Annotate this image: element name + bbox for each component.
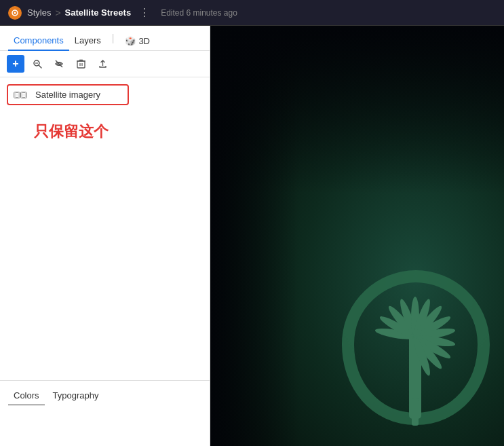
main-layout: Components Layers | 🎲 3D +	[0, 26, 504, 446]
tab-layers[interactable]: Layers	[69, 31, 106, 51]
breadcrumb: Styles > Satellite Streets	[27, 7, 131, 18]
topbar: Styles > Satellite Streets ⋮ Edited 6 mi…	[0, 0, 504, 26]
map-overlay-left	[210, 26, 298, 446]
bottom-tabs: Colors Typography	[0, 380, 210, 405]
map-area[interactable]	[210, 26, 504, 446]
svg-line-3	[39, 65, 41, 68]
bottom-spacer	[0, 405, 210, 446]
mapbox-logo	[8, 6, 22, 20]
search-button[interactable]	[28, 55, 46, 73]
breadcrumb-parent[interactable]: Styles	[27, 7, 51, 18]
svg-rect-7	[77, 61, 85, 68]
add-button[interactable]: +	[7, 55, 24, 73]
upload-button[interactable]	[94, 55, 111, 73]
delete-button[interactable]	[72, 55, 90, 73]
svg-rect-21	[25, 92, 26, 98]
svg-rect-16	[18, 92, 20, 98]
layer-list: Satellite imagery 只保留这个	[0, 77, 210, 380]
annotation-text: 只保留这个	[7, 108, 203, 155]
tab-colors[interactable]: Colors	[8, 386, 45, 406]
map-background	[210, 26, 504, 446]
tab-components[interactable]: Components	[8, 31, 69, 51]
tabs-row: Components Layers | 🎲 3D	[0, 26, 210, 51]
layer-item-satellite[interactable]: Satellite imagery	[7, 84, 129, 105]
tab-divider: |	[112, 33, 115, 49]
svg-rect-15	[14, 92, 16, 98]
svg-line-6	[56, 60, 62, 67]
3d-icon: 🎲	[125, 36, 136, 46]
tab-typography[interactable]: Typography	[47, 386, 104, 406]
left-panel: Components Layers | 🎲 3D +	[0, 26, 210, 446]
tab-3d[interactable]: 🎲 3D	[119, 32, 155, 50]
menu-button[interactable]: ⋮	[136, 5, 153, 20]
svg-rect-20	[21, 92, 22, 98]
visibility-button[interactable]	[50, 55, 68, 73]
breadcrumb-current: Satellite Streets	[65, 7, 132, 18]
satellite-layer-icon	[14, 90, 30, 100]
palm-island-svg	[341, 263, 490, 432]
svg-point-1	[14, 12, 16, 14]
svg-rect-39	[412, 398, 419, 426]
toolbar: +	[0, 51, 210, 77]
edited-timestamp: Edited 6 minutes ago	[161, 8, 237, 18]
breadcrumb-separator: >	[55, 7, 60, 18]
layer-label-satellite: Satellite imagery	[35, 90, 100, 100]
